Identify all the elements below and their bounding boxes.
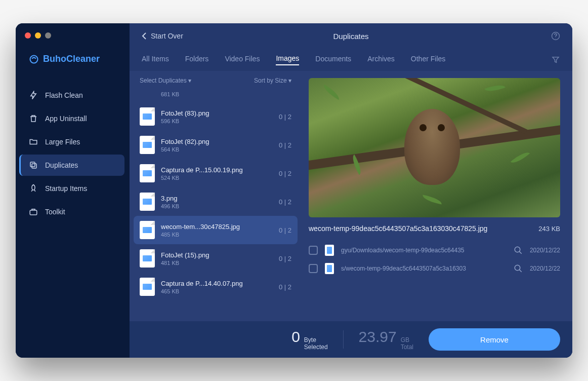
duplicate-checkbox[interactable] [309,246,318,255]
preview-filesize: 243 KB [538,225,560,233]
window-controls [16,32,130,39]
tabs: All Items Folders Video Files Images Doc… [130,49,572,71]
filter-icon[interactable] [551,55,560,64]
file-list-panel: Select Duplicates ▾ Sort by Size ▾ 681 K… [130,71,302,321]
folder-icon [29,137,38,146]
file-size: 481 KB [161,260,273,266]
file-name: Captura de P...14.40.07.png [161,280,273,287]
file-thumbnail-icon [325,263,334,274]
file-name: Captura de P...15.00.19.png [161,166,273,174]
minimize-window-button[interactable] [35,32,41,39]
file-count: 0 | 2 [279,170,291,177]
tab-video-files[interactable]: Video Files [225,55,260,65]
app-name: BuhoCleaner [43,54,100,64]
file-thumbnail-icon [140,136,155,154]
remove-button[interactable]: Remove [429,328,560,351]
tab-all-items[interactable]: All Items [142,55,169,65]
duplicate-path: s/wecom-temp-99deac5c6443507a5c3a16303 [341,265,507,272]
svg-point-0 [30,55,38,63]
file-name: 3.png [161,195,273,202]
sidebar-item-duplicates[interactable]: Duplicates [19,155,124,176]
file-count: 0 | 2 [279,198,291,206]
app-logo: BuhoCleaner [16,54,130,64]
duplicate-path: gyu/Downloads/wecom-temp-99deac5c64435 [341,247,507,254]
page-title: Duplicates [333,32,368,41]
file-name: FotoJet (82).png [161,138,273,145]
back-label: Start Over [151,32,183,40]
reveal-in-finder-icon[interactable] [514,246,523,255]
file-item[interactable]: Captura de P...15.00.19.png 524 KB 0 | 2 [130,159,302,187]
file-thumbnail-icon [325,245,334,256]
rocket-icon [29,184,38,193]
back-button[interactable]: Start Over [142,32,183,40]
file-list[interactable]: 681 KB FotoJet (83).png 596 KB 0 | 2 [130,90,302,321]
preview-filename: wecom-temp-99deac5c6443507a5c3a163030c47… [309,224,487,233]
app-window: BuhoCleaner Flash Clean App Uninstall La… [16,23,572,358]
preview-name-row: wecom-temp-99deac5c6443507a5c3a163030c47… [309,224,560,233]
file-count: 0 | 2 [279,283,291,291]
preview-panel: wecom-temp-99deac5c6443507a5c3a163030c47… [302,71,572,321]
sort-dropdown[interactable]: Sort by Size ▾ [254,77,291,84]
preview-image [309,78,560,217]
sidebar: BuhoCleaner Flash Clean App Uninstall La… [16,23,130,358]
file-size: 485 KB [161,232,273,238]
selected-bytes-value: 0 [291,328,300,346]
duplicate-paths-list: gyu/Downloads/wecom-temp-99deac5c64435 2… [309,245,560,274]
file-name: FotoJet (83).png [161,109,273,117]
buhocleaner-logo-icon [29,54,39,64]
file-item[interactable]: FotoJet (15).png 481 KB 0 | 2 [130,244,302,273]
tab-folders[interactable]: Folders [185,55,209,65]
selected-stat: 0 Byte Selected [291,328,327,351]
svg-point-5 [515,247,520,252]
file-item[interactable]: FotoJet (82).png 564 KB 0 | 2 [130,131,302,159]
sidebar-item-toolkit[interactable]: Toolkit [21,201,124,222]
toolkit-icon [29,207,38,216]
file-size: 564 KB [161,146,273,153]
file-thumbnail-icon [140,278,155,296]
sidebar-item-label: Flash Clean [45,91,83,99]
list-header: Select Duplicates ▾ Sort by Size ▾ [130,71,302,90]
sidebar-item-startup-items[interactable]: Startup Items [21,178,124,199]
sidebar-item-app-uninstall[interactable]: App Uninstall [21,108,124,129]
content-area: Select Duplicates ▾ Sort by Size ▾ 681 K… [130,71,572,321]
file-item[interactable]: wecom-tem...30c47825.jpg 485 KB 0 | 2 [134,216,298,244]
sidebar-item-large-files[interactable]: Large Files [21,131,124,153]
sidebar-item-label: App Uninstall [45,115,87,123]
file-name: FotoJet (15).png [161,251,273,259]
duplicate-date: 2020/12/22 [530,247,560,254]
reveal-in-finder-icon[interactable] [514,264,523,273]
file-thumbnail-icon [140,193,155,211]
sidebar-item-label: Toolkit [45,208,65,216]
tab-documents[interactable]: Documents [315,55,351,65]
tab-archives[interactable]: Archives [367,55,395,65]
svg-rect-3 [30,210,37,215]
duplicate-date: 2020/12/22 [530,265,560,272]
sidebar-item-label: Duplicates [45,161,78,169]
duplicate-checkbox[interactable] [309,264,318,273]
sidebar-item-flash-clean[interactable]: Flash Clean [21,85,124,106]
file-item[interactable]: 681 KB [130,90,302,102]
svg-rect-2 [32,164,36,168]
file-count: 0 | 2 [279,113,291,121]
svg-rect-1 [30,162,35,167]
file-thumbnail-icon [140,164,155,182]
file-count: 0 | 2 [279,255,291,262]
divider [343,330,344,349]
file-size: 465 KB [161,288,273,294]
file-item[interactable]: Captura de P...14.40.07.png 465 KB 0 | 2 [130,273,302,301]
select-duplicates-dropdown[interactable]: Select Duplicates ▾ [140,77,191,84]
file-item[interactable]: 3.png 496 KB 0 | 2 [130,187,302,216]
close-window-button[interactable] [25,32,31,39]
total-gb-value: 23.97 [359,328,397,346]
sidebar-item-label: Large Files [45,138,80,146]
tab-images[interactable]: Images [276,54,299,65]
file-count: 0 | 2 [279,226,291,234]
file-size: 496 KB [161,203,273,209]
fullscreen-window-button[interactable] [45,32,51,39]
footer: 0 Byte Selected 23.97 GB Total Remove [130,321,572,358]
trash-icon [29,114,38,123]
file-size: 596 KB [161,118,273,124]
help-icon[interactable] [551,31,560,41]
file-item[interactable]: FotoJet (83).png 596 KB 0 | 2 [130,102,302,131]
tab-other-files[interactable]: Other Files [411,55,445,65]
